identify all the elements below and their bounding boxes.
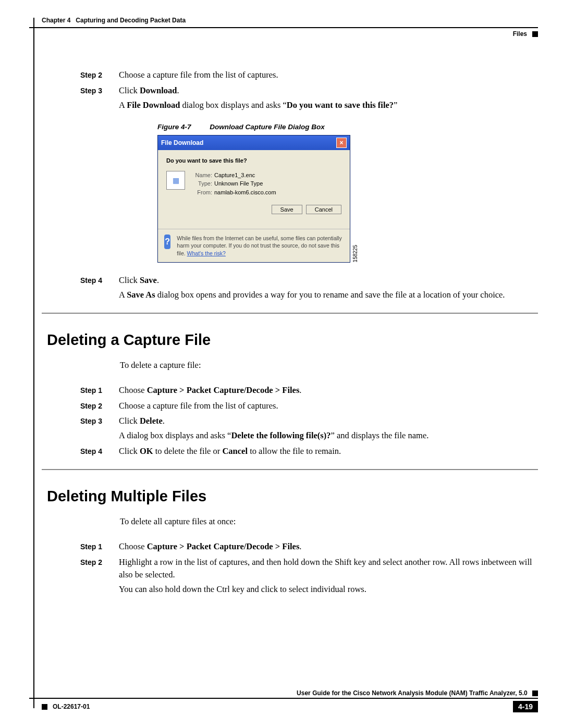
dialog-title: File Download — [161, 139, 203, 146]
step-label: Step 2 — [80, 556, 112, 567]
header-rule — [29, 27, 538, 28]
close-icon[interactable]: × — [336, 138, 347, 148]
step-label: Step 4 — [80, 445, 112, 456]
step-label: Step 1 — [80, 540, 112, 552]
chapter-number: Chapter 4 — [42, 17, 70, 24]
step-text: Click Delete. A dialog box displays and … — [119, 415, 538, 442]
step-text: Choose Capture > Packet Capture/Decode >… — [119, 384, 538, 397]
file-details: Name:Capture1_3.enc Type:Unknown File Ty… — [192, 171, 276, 197]
step-label: Step 2 — [80, 69, 112, 80]
file-icon: ▦ — [166, 171, 185, 190]
file-download-dialog: File Download × Do you want to save this… — [157, 135, 350, 263]
section-separator — [42, 313, 538, 314]
step-label: Step 1 — [80, 384, 112, 396]
footer-marker-icon — [42, 704, 47, 710]
save-button[interactable]: Save — [272, 205, 302, 214]
figure-ref-number: 158225 — [352, 245, 358, 262]
step-label: Step 3 — [80, 415, 112, 426]
dialog-question: Do you want to save this file? — [166, 157, 341, 164]
chapter-title: Capturing and Decoding Packet Data — [76, 17, 186, 24]
section-name: Files — [513, 30, 527, 38]
step-label: Step 3 — [80, 84, 112, 96]
step-text: Highlight a row in the list of captures,… — [119, 556, 538, 596]
shield-question-icon: ? — [164, 235, 170, 249]
running-header: Chapter 4 Capturing and Decoding Packet … — [29, 17, 538, 24]
section-intro: To delete all capture files at once: — [120, 516, 538, 527]
section-intro: To delete a capture file: — [120, 360, 538, 371]
cancel-button[interactable]: Cancel — [306, 205, 341, 214]
step-text: Choose a capture file from the list of c… — [119, 69, 538, 81]
step-text: Click Save. A Save As dialog box opens a… — [119, 274, 538, 301]
header-marker-icon — [532, 31, 538, 37]
left-margin-rule — [33, 18, 34, 708]
step-label: Step 2 — [80, 400, 112, 411]
guide-title: User Guide for the Cisco Network Analysi… — [297, 689, 528, 697]
page-number: 4-19 — [513, 701, 538, 712]
whats-the-risk-link[interactable]: What's the risk? — [187, 250, 226, 256]
step-text: Choose a capture file from the list of c… — [119, 400, 538, 412]
heading-deleting-multiple-files: Deleting Multiple Files — [47, 488, 538, 505]
footer-marker-icon — [532, 690, 538, 696]
figure-caption: Figure 4-7 Download Capture File Dialog … — [157, 123, 538, 131]
step-text: Click OK to delete the file or Cancel to… — [119, 445, 538, 458]
dialog-warning: While files from the Internet can be use… — [177, 235, 344, 257]
doc-id: OL-22617-01 — [53, 703, 90, 710]
heading-deleting-capture-file: Deleting a Capture File — [47, 331, 538, 349]
step-text: Choose Capture > Packet Capture/Decode >… — [119, 540, 538, 553]
page-footer: User Guide for the Cisco Network Analysi… — [29, 689, 538, 712]
section-separator — [42, 469, 538, 470]
step-label: Step 4 — [80, 274, 112, 286]
step-text: Click Download. A File Download dialog b… — [119, 84, 538, 112]
